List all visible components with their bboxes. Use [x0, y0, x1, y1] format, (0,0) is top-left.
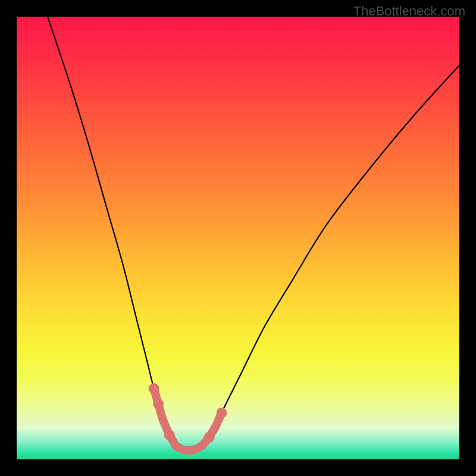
chart-gradient-background: [17, 17, 459, 459]
marker-dot: [164, 430, 175, 440]
marker-dot: [217, 408, 227, 418]
marker-dot: [149, 383, 159, 394]
bottleneck-curve: [48, 17, 459, 451]
marker-dot: [153, 399, 164, 409]
bottleneck-chart: [17, 17, 459, 459]
curve-markers: [149, 383, 227, 450]
watermark-text: TheBottleneck.com: [353, 4, 465, 19]
marker-dot: [204, 432, 215, 443]
